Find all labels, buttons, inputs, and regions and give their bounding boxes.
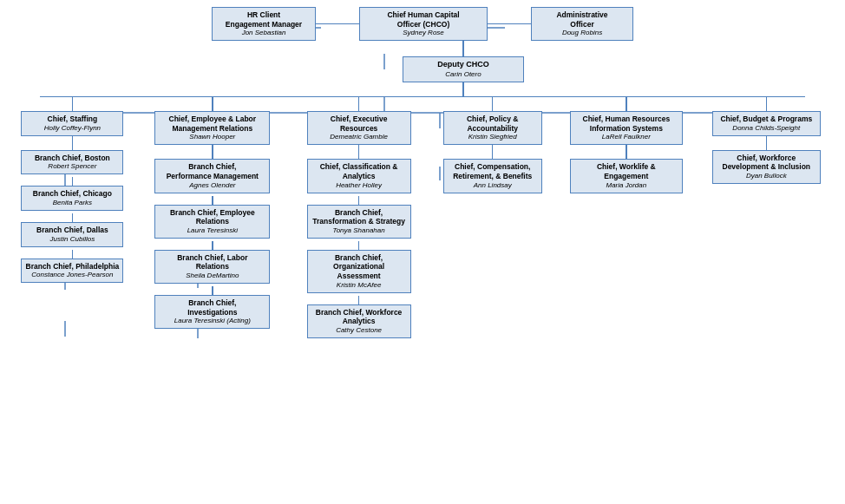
v-connector-deputy-chiefs [462,82,464,96]
chief-wle-title: Chief, Worklife & Engagement [574,162,678,180]
bc-wfa-title: Branch Chief, Workforce Analytics [311,308,407,326]
bc-transform-name: Tonya Shanahan [311,226,407,235]
bc-org-assess-box: Branch Chief, Organizational Assessment … [307,250,411,293]
admin-officer-title: Administrative Officer [535,10,629,29]
bc-boston-box: Branch Chief, Boston Robert Spencer [21,150,123,175]
deputy-title: Deputy CHCO [407,60,520,69]
chief-elr-box: Chief, Employee & Labor Management Relat… [154,111,270,145]
admin-officer-name: Doug Robins [535,29,629,37]
bc-dallas-name: Justin Cubillos [25,235,119,244]
chief-budget-name: Donna Childs-Speight [717,124,816,133]
bc-labor-rel-name: Sheila DeMartino [159,272,265,280]
chiefs-row: Chief, Staffing Holly Coffey-Flynn Branc… [9,97,836,338]
deputy-name: Carin Otero [407,70,520,79]
bc-emp-rel-box: Branch Chief, Employee Relations Laura T… [154,205,270,239]
bc-boston-name: Robert Spencer [25,162,119,171]
chief-crb-name: Ann Lindsay [448,181,538,190]
chco-name: Sydney Rose [364,29,483,37]
h-connector-2 [488,23,531,25]
h-connector-1 [316,23,359,25]
bc-invest-name: Laura Teresinski (Acting) [159,317,265,325]
chief-wdi-name: Dyan Bullock [717,172,816,180]
bc-dallas-title: Branch Chief, Dallas [25,226,119,235]
hr-client-name: Jon Sebastian [216,29,311,37]
chief-exec-res-name: Demeatric Gamble [311,133,407,141]
bc-boston-title: Branch Chief, Boston [25,154,119,163]
v-staffing-2 [72,136,74,150]
chief-hris-name: LaRell Faulkner [574,133,678,141]
chief-elr-col: Chief, Employee & Labor Management Relat… [136,97,289,329]
chief-budget-col: Chief, Budget & Programs Donna Childs-Sp… [697,97,836,184]
top-row: HR Client Engagement Manager Jon Sebasti… [0,0,845,41]
chief-wdi-title: Chief, Workforce Development & Inclusion [717,154,816,172]
bc-perf-name: Agnes Olender [159,181,265,190]
chief-exec-res-box: Chief, Executive Resources Demeatric Gam… [307,111,411,145]
bc-org-assess-title: Branch Chief, Organizational Assessment [311,253,407,281]
chief-policy-col: Chief, Policy & Accountability Kristin S… [429,97,556,193]
chief-wle-name: Maria Jordan [574,181,678,190]
chief-hris-box: Chief, Human Resources Information Syste… [570,111,683,145]
bc-invest-box: Branch Chief, Investigations Laura Teres… [154,295,270,329]
chief-policy-title: Chief, Policy & Accountability [448,115,538,133]
bc-emp-rel-title: Branch Chief, Employee Relations [159,208,265,226]
chief-staffing-box: Chief, Staffing Holly Coffey-Flynn [21,111,123,136]
bc-org-assess-name: Kristin McAfee [311,281,407,290]
bc-chicago-title: Branch Chief, Chicago [25,189,119,199]
chief-budget-box: Chief, Budget & Programs Donna Childs-Sp… [712,111,821,136]
chief-worklife-box: Chief, Worklife & Engagement Maria Jorda… [570,159,683,193]
deputy-row: Deputy CHCO Carin Otero [41,56,845,82]
chief-hris-title: Chief, Human Resources Information Syste… [574,115,678,133]
chief-staffing-col: Chief, Staffing Holly Coffey-Flynn Branc… [9,97,136,283]
bc-invest-title: Branch Chief, Investigations [159,298,265,317]
chco-box: Chief Human Capital Officer (CHCO) Sydne… [359,7,488,41]
bc-labor-rel-box: Branch Chief, Labor Relations Sheila DeM… [154,250,270,284]
hr-client-box: HR Client Engagement Manager Jon Sebasti… [212,7,316,41]
chief-budget-title: Chief, Budget & Programs [717,115,816,124]
bc-perf-mgmt-box: Branch Chief, Performance Management Agn… [154,159,270,193]
chco-title: Chief Human Capital Officer (CHCO) [364,10,483,29]
v-connector-chco-deputy [462,41,464,56]
chief-class-title: Chief, Classification & Analytics [311,162,407,180]
chief-exec-res-col: Chief, Executive Resources Demeatric Gam… [289,97,429,338]
org-chart: HR Client Engagement Manager Jon Sebasti… [0,0,845,338]
chief-class-name: Heather Holley [311,181,407,190]
bc-philly-name: Constance Jones-Pearson [25,271,119,279]
bc-philly-box: Branch Chief, Philadelphia Constance Jon… [21,259,123,284]
bc-perf-title: Branch Chief, Performance Management [159,162,265,180]
chief-comp-ret-ben-box: Chief, Compensation, Retirement, & Benef… [443,159,542,193]
chief-exec-res-title: Chief, Executive Resources [311,115,407,133]
chief-staffing-name: Holly Coffey-Flynn [25,124,119,133]
deputy-chco-box: Deputy CHCO Carin Otero [403,56,524,82]
bc-chicago-name: Benita Parks [25,199,119,207]
hr-client-title: HR Client Engagement Manager [216,10,311,29]
chief-policy-name: Kristin Siegfried [448,133,538,141]
chief-workforce-dev-box: Chief, Workforce Development & Inclusion… [712,150,821,184]
bc-dallas-box: Branch Chief, Dallas Justin Cubillos [21,222,123,247]
chief-policy-box: Chief, Policy & Accountability Kristin S… [443,111,542,145]
chief-crb-title: Chief, Compensation, Retirement, & Benef… [448,162,538,180]
chief-class-analytics-box: Chief, Classification & Analytics Heathe… [307,159,411,193]
chief-staffing-title: Chief, Staffing [25,115,119,124]
bc-workforce-analytics-box: Branch Chief, Workforce Analytics Cathy … [307,304,411,338]
v-staffing [72,97,74,111]
admin-officer-box: Administrative Officer Doug Robins [531,7,633,41]
bc-transform-title: Branch Chief, Transformation & Strategy [311,208,407,226]
chief-elr-title: Chief, Employee & Labor Management Relat… [159,115,265,133]
chief-hris-col: Chief, Human Resources Information Syste… [556,97,696,193]
bc-emp-rel-name: Laura Teresinski [159,226,265,235]
bc-transform-box: Branch Chief, Transformation & Strategy … [307,205,411,239]
chief-elr-name: Shawn Hooper [159,133,265,141]
bc-chicago-box: Branch Chief, Chicago Benita Parks [21,186,123,211]
bc-philly-title: Branch Chief, Philadelphia [25,262,119,272]
bc-wfa-name: Cathy Cestone [311,326,407,335]
bc-labor-rel-title: Branch Chief, Labor Relations [159,253,265,272]
